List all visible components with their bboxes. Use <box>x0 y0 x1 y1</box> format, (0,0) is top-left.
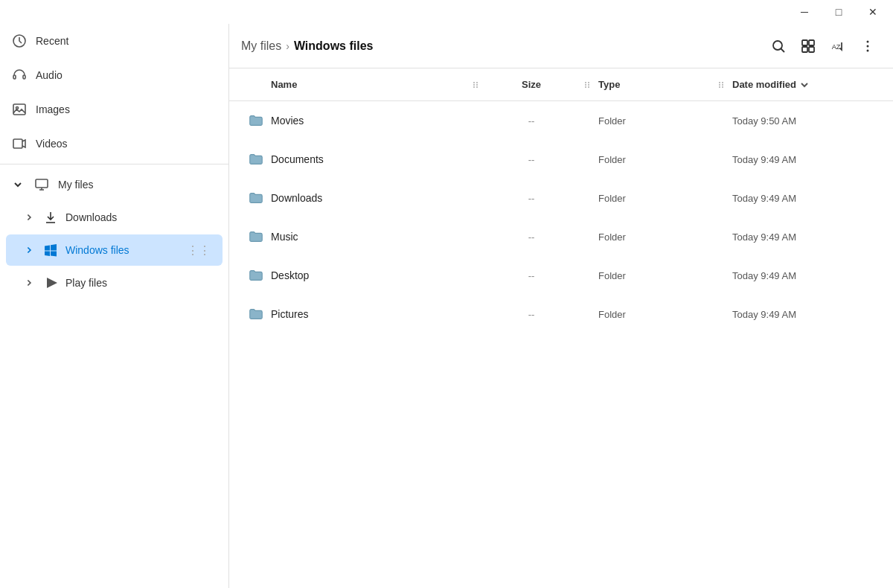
svg-rect-16 <box>809 47 814 52</box>
file-type: Folder <box>598 270 710 281</box>
file-date: Today 9:49 AM <box>732 154 881 165</box>
sidebar-item-play-files[interactable]: Play files <box>0 267 228 298</box>
headphones-icon <box>12 68 27 83</box>
search-icon <box>771 39 786 54</box>
folder-icon <box>241 229 271 245</box>
svg-point-18 <box>867 40 869 42</box>
table-body: Movies -- Folder Today 9:50 AM Documents… <box>229 101 893 333</box>
svg-point-20 <box>867 49 869 51</box>
file-size: -- <box>487 270 576 281</box>
svg-point-27 <box>585 82 586 83</box>
search-button[interactable] <box>765 33 792 60</box>
app-container: Recent Audio Images <box>0 24 893 588</box>
svg-rect-15 <box>802 47 807 52</box>
drag-handle-windows: ⋮⋮ <box>187 243 211 258</box>
video-icon <box>12 136 27 151</box>
svg-point-35 <box>719 84 720 86</box>
svg-point-30 <box>588 84 589 86</box>
breadcrumb-current: Windows files <box>294 39 374 53</box>
svg-point-32 <box>588 86 589 88</box>
header-name[interactable]: Name <box>271 79 464 90</box>
table-row[interactable]: Movies -- Folder Today 9:50 AM <box>229 101 893 140</box>
file-type: Folder <box>598 115 710 127</box>
file-type: Folder <box>598 231 710 243</box>
chevron-down-icon <box>12 179 24 191</box>
more-options-button[interactable] <box>854 33 881 60</box>
close-button[interactable]: ✕ <box>856 0 890 24</box>
svg-rect-1 <box>13 75 16 79</box>
header-type[interactable]: Type <box>598 79 710 90</box>
svg-point-33 <box>719 82 720 83</box>
image-icon <box>12 102 27 117</box>
toolbar-icons: AZ <box>765 33 881 60</box>
svg-point-21 <box>473 82 475 83</box>
svg-point-36 <box>722 84 723 86</box>
header-size[interactable]: Size <box>487 79 576 90</box>
folder-icon <box>241 267 271 284</box>
file-date: Today 9:49 AM <box>732 193 881 204</box>
file-name: Documents <box>271 153 464 165</box>
svg-point-24 <box>476 84 478 86</box>
sidebar-item-recent[interactable]: Recent <box>0 24 228 58</box>
svg-point-11 <box>773 41 782 50</box>
svg-rect-14 <box>809 40 814 45</box>
content-area: My files › Windows files <box>229 24 893 588</box>
sort-desc-icon <box>799 80 810 90</box>
sidebar-label-windows-files: Windows files <box>65 244 129 256</box>
sort-button[interactable]: AZ <box>825 33 851 60</box>
file-name: Movies <box>271 115 464 127</box>
svg-point-38 <box>722 86 723 88</box>
file-size: -- <box>487 115 576 127</box>
clock-icon <box>12 33 27 48</box>
expand-icon-play <box>24 277 36 289</box>
file-type: Folder <box>598 193 710 204</box>
table-row[interactable]: Pictures -- Folder Today 9:49 AM <box>229 295 893 333</box>
table-row[interactable]: Downloads -- Folder Today 9:49 AM <box>229 179 893 217</box>
file-date: Today 9:50 AM <box>732 115 881 127</box>
table-row[interactable]: Desktop -- Folder Today 9:49 AM <box>229 256 893 295</box>
svg-rect-2 <box>23 75 25 79</box>
folder-icon <box>241 306 271 322</box>
download-icon <box>43 210 58 225</box>
file-size: -- <box>487 309 576 320</box>
sidebar-label-images: Images <box>36 103 70 115</box>
file-name: Desktop <box>271 269 464 281</box>
sidebar-item-audio[interactable]: Audio <box>0 58 228 92</box>
play-icon <box>43 275 58 290</box>
svg-point-23 <box>473 84 475 86</box>
header-date[interactable]: Date modified <box>732 79 881 90</box>
svg-point-37 <box>719 86 720 88</box>
svg-line-12 <box>781 48 785 52</box>
breadcrumb-myfiles[interactable]: My files <box>241 39 281 53</box>
file-size: -- <box>487 154 576 165</box>
windows-icon <box>43 243 58 258</box>
expand-icon-windows <box>24 244 36 256</box>
svg-rect-5 <box>13 139 22 148</box>
file-name: Pictures <box>271 308 464 320</box>
title-bar: ─ □ ✕ <box>0 0 893 24</box>
file-type: Folder <box>598 154 710 165</box>
folder-icon <box>241 151 271 167</box>
breadcrumb: My files › Windows files <box>241 39 765 53</box>
svg-rect-3 <box>13 104 25 115</box>
table-row[interactable]: Documents -- Folder Today 9:49 AM <box>229 140 893 179</box>
header-type-drag <box>710 80 732 89</box>
sidebar-item-windows-files[interactable]: Windows files ⋮⋮ <box>6 234 223 266</box>
svg-point-29 <box>585 84 586 86</box>
sidebar-item-myfiles[interactable]: My files <box>0 167 228 202</box>
grid-view-button[interactable] <box>795 33 822 60</box>
sidebar-item-images[interactable]: Images <box>0 92 228 127</box>
svg-point-34 <box>722 82 723 83</box>
header-name-drag <box>464 80 487 89</box>
sidebar-item-downloads[interactable]: Downloads <box>0 202 228 233</box>
file-date: Today 9:49 AM <box>732 309 881 320</box>
sidebar-label-downloads: Downloads <box>65 211 117 223</box>
file-size: -- <box>487 193 576 204</box>
maximize-button[interactable]: □ <box>822 0 856 24</box>
sidebar-item-videos[interactable]: Videos <box>0 127 228 161</box>
minimize-button[interactable]: ─ <box>787 0 822 24</box>
svg-text:AZ: AZ <box>832 43 841 51</box>
svg-marker-10 <box>47 278 57 288</box>
table-row[interactable]: Music -- Folder Today 9:49 AM <box>229 217 893 256</box>
sidebar-label-play-files: Play files <box>65 277 107 289</box>
